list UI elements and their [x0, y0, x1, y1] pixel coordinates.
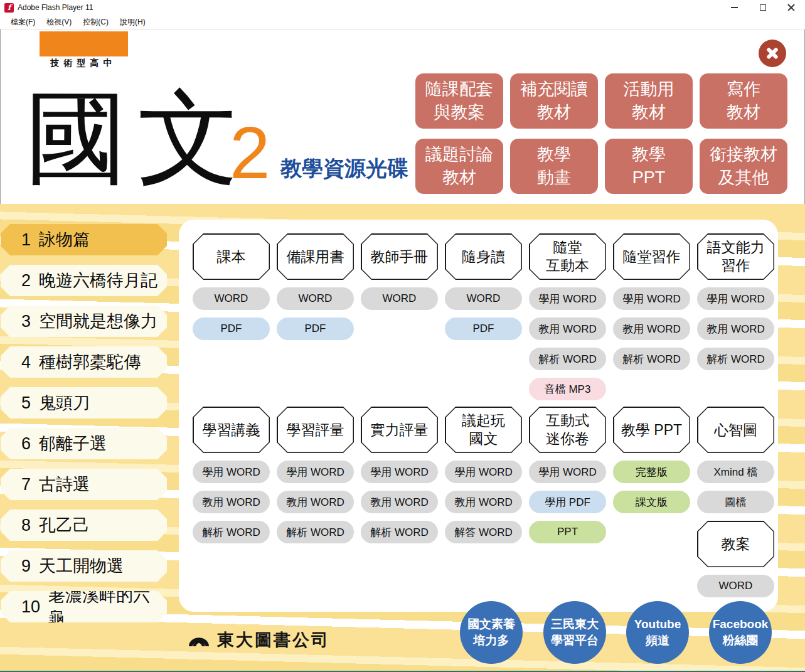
window-controls: [720, 0, 805, 15]
file-button-teacher-word[interactable]: 教用 WORD: [361, 491, 438, 513]
file-button-xmind[interactable]: Xmind 檔: [697, 461, 774, 483]
category-header-mind-map: 心智圖: [697, 407, 774, 453]
category-teaching-animation-button[interactable]: 教學 動畫: [510, 139, 598, 194]
file-button-teacher-word[interactable]: 教用 WORD: [613, 317, 690, 340]
category-topic-discussion-button[interactable]: 議題討論 教材: [415, 139, 503, 194]
resource-column-fun-chinese: 議起玩 國文 學用 WORD 教用 WORD 解答 WORD: [445, 407, 522, 597]
sidebar-item-lesson-2[interactable]: 2晚遊六橋待月記: [1, 265, 167, 296]
file-button-answers-word[interactable]: 解答 WORD: [445, 521, 522, 543]
file-button-teacher-word[interactable]: 教用 WORD: [529, 317, 606, 340]
resource-column-teaching-ppt: 教學 PPT 完整版 課文版: [613, 407, 690, 597]
link-circle-literacy-platform[interactable]: 國文素養 培力多: [460, 601, 523, 664]
file-button-student-pdf[interactable]: 學用 PDF: [529, 491, 606, 513]
publisher-logo-block: [40, 31, 128, 56]
file-button-student-word[interactable]: 學用 WORD: [613, 287, 690, 310]
link-circle-facebook-fanpage[interactable]: Facebook 粉絲團: [709, 601, 772, 664]
minimize-icon: [731, 7, 738, 8]
category-header-language-skills-workbook: 語文能力 習作: [697, 233, 774, 280]
menu-bar: 檔案(F) 檢視(V) 控制(C) 說明(H): [0, 15, 805, 29]
resource-column-interactive-workbook: 隨堂 互動本 學用 WORD 教用 WORD 解析 WORD 音檔 MP3: [529, 233, 606, 400]
file-button-ppt[interactable]: PPT: [529, 521, 606, 543]
link-circle-learning-platform[interactable]: 三民東大 學習平台: [543, 601, 606, 664]
resource-column-proficiency-assessment: 實力評量 學用 WORD 教用 WORD 解析 WORD: [361, 407, 438, 597]
file-button-analysis-word[interactable]: 解析 WORD: [529, 348, 606, 370]
sidebar-item-lesson-4[interactable]: 4種樹郭橐駝傳: [1, 346, 167, 378]
resource-column-study-assessment: 學習評量 學用 WORD 教用 WORD 解析 WORD: [277, 407, 354, 597]
title-bar: f Adobe Flash Player 11: [0, 0, 805, 15]
file-button-student-word[interactable]: 學用 WORD: [529, 461, 606, 483]
close-app-button[interactable]: [759, 40, 786, 67]
category-bridging-materials-button[interactable]: 銜接教材 及其他: [700, 139, 787, 194]
sidebar-item-lesson-10[interactable]: 10荖濃溪畔的六龜: [1, 591, 167, 622]
file-button-student-word[interactable]: 學用 WORD: [529, 287, 606, 310]
file-button-student-word[interactable]: 學用 WORD: [445, 461, 522, 483]
resource-column-study-handout: 學習講義 學用 WORD 教用 WORD 解析 WORD: [193, 407, 270, 597]
category-header-fun-chinese: 議起玩 國文: [445, 407, 522, 453]
resource-column-mind-map: 心智圖 Xmind 檔 圖檔 教案 WORD: [697, 407, 774, 597]
file-button-text-version[interactable]: 課文版: [613, 491, 690, 513]
menu-help[interactable]: 說明(H): [114, 17, 151, 28]
publisher-mark: 東大圖書公司: [187, 629, 330, 651]
resource-column-interactive-mini-quiz: 互動式 迷你卷 學用 WORD 學用 PDF PPT: [529, 407, 606, 597]
window-title: Adobe Flash Player 11: [18, 3, 93, 12]
file-button-full-version[interactable]: 完整版: [613, 461, 690, 483]
file-button-student-word[interactable]: 學用 WORD: [361, 461, 438, 483]
category-header-teacher-manual: 教師手冊: [361, 233, 438, 280]
file-button-word[interactable]: WORD: [193, 287, 270, 310]
sidebar-item-lesson-5[interactable]: 5鬼頭刀: [1, 387, 167, 419]
category-header-interactive-mini-quiz: 互動式 迷你卷: [529, 407, 606, 453]
resource-column-language-skills-workbook: 語文能力 習作 學用 WORD 教用 WORD 解析 WORD: [697, 233, 774, 400]
file-button-image[interactable]: 圖檔: [697, 491, 774, 513]
category-activity-materials-button[interactable]: 活動用 教材: [605, 73, 693, 129]
file-button-audio-mp3[interactable]: 音檔 MP3: [529, 378, 606, 400]
file-button-word[interactable]: WORD: [277, 287, 354, 310]
close-icon: [787, 4, 795, 11]
file-button-word[interactable]: WORD: [361, 287, 438, 310]
file-button-student-word[interactable]: 學用 WORD: [697, 287, 774, 310]
category-teaching-ppt-button[interactable]: 教學 PPT: [605, 139, 693, 194]
file-button-analysis-word[interactable]: 解析 WORD: [697, 348, 774, 370]
menu-file[interactable]: 檔案(F): [5, 17, 41, 28]
bridge-logo-icon: [187, 631, 211, 649]
top-category-buttons: 隨課配套 與教案 補充閱讀 教材 活動用 教材 寫作 教材 議題討論 教材 教學…: [415, 73, 787, 194]
file-button-student-word[interactable]: 學用 WORD: [193, 461, 270, 483]
file-button-word[interactable]: WORD: [445, 287, 522, 310]
file-button-student-word[interactable]: 學用 WORD: [277, 461, 354, 483]
category-writing-materials-button[interactable]: 寫作 教材: [700, 73, 787, 129]
link-circle-youtube-channel[interactable]: Youtube 頻道: [626, 601, 689, 664]
sidebar-item-lesson-3[interactable]: 3空間就是想像力: [1, 306, 167, 337]
close-window-button[interactable]: [777, 0, 805, 15]
file-button-teacher-word[interactable]: 教用 WORD: [193, 491, 270, 513]
file-button-pdf[interactable]: PDF: [277, 317, 354, 340]
file-button-analysis-word[interactable]: 解析 WORD: [613, 348, 690, 370]
resource-column-lesson-prep-book: 備課用書 WORD PDF: [277, 233, 354, 400]
file-button-pdf[interactable]: PDF: [445, 317, 522, 340]
file-button-pdf[interactable]: PDF: [193, 317, 270, 340]
sidebar-item-lesson-1[interactable]: 1詠物篇: [1, 224, 167, 255]
category-course-package-button[interactable]: 隨課配套 與教案: [415, 73, 503, 129]
file-button-teacher-word[interactable]: 教用 WORD: [697, 317, 774, 340]
minimize-button[interactable]: [720, 0, 749, 15]
category-header-proficiency-assessment: 實力評量: [361, 407, 438, 453]
resource-column-teacher-manual: 教師手冊 WORD: [361, 233, 438, 400]
file-button-analysis-word[interactable]: 解析 WORD: [277, 521, 354, 543]
file-button-analysis-word[interactable]: 解析 WORD: [193, 521, 270, 543]
file-button-teacher-word[interactable]: 教用 WORD: [277, 491, 354, 513]
maximize-button[interactable]: [749, 0, 777, 15]
menu-control[interactable]: 控制(C): [77, 17, 114, 28]
publisher-name: 東大圖書公司: [217, 629, 330, 651]
category-header-lesson-plan: 教案: [697, 521, 774, 567]
disc-title: 國文: [25, 87, 250, 189]
sidebar-item-lesson-6[interactable]: 6郁離子選: [1, 428, 167, 459]
category-header-teaching-ppt: 教學 PPT: [613, 407, 690, 453]
sidebar-item-lesson-7[interactable]: 7古詩選: [1, 469, 167, 500]
menu-view[interactable]: 檢視(V): [41, 17, 77, 28]
sidebar-item-lesson-9[interactable]: 9天工開物選: [1, 550, 167, 582]
file-button-word[interactable]: WORD: [697, 575, 774, 597]
file-button-teacher-word[interactable]: 教用 WORD: [445, 491, 522, 513]
sidebar-item-lesson-8[interactable]: 8孔乙己: [1, 509, 167, 541]
file-button-analysis-word[interactable]: 解析 WORD: [361, 521, 438, 543]
category-header-study-assessment: 學習評量: [277, 407, 354, 453]
category-supplementary-reading-button[interactable]: 補充閱讀 教材: [510, 73, 598, 129]
flash-player-window: f Adobe Flash Player 11 檔案(F) 檢視(V) 控制(C…: [0, 0, 805, 672]
